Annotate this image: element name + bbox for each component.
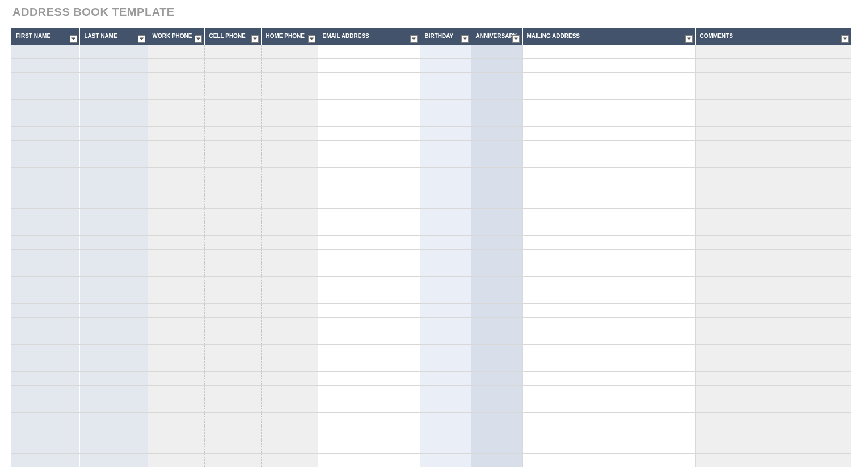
cell-birthday[interactable] xyxy=(420,440,471,453)
cell-anniversary[interactable] xyxy=(471,126,522,140)
cell-home_phone[interactable] xyxy=(261,385,318,399)
cell-anniversary[interactable] xyxy=(471,358,522,371)
cell-birthday[interactable] xyxy=(420,235,471,249)
cell-last_name[interactable] xyxy=(79,317,148,331)
cell-comments[interactable] xyxy=(695,126,851,140)
cell-home_phone[interactable] xyxy=(261,276,318,290)
cell-home_phone[interactable] xyxy=(261,249,318,263)
cell-birthday[interactable] xyxy=(420,263,471,276)
cell-home_phone[interactable] xyxy=(261,86,318,99)
cell-last_name[interactable] xyxy=(79,344,148,358)
cell-mailing[interactable] xyxy=(522,181,695,195)
cell-home_phone[interactable] xyxy=(261,72,318,86)
cell-work_phone[interactable] xyxy=(148,317,204,331)
cell-first_name[interactable] xyxy=(11,249,79,263)
cell-mailing[interactable] xyxy=(522,249,695,263)
cell-anniversary[interactable] xyxy=(471,249,522,263)
cell-mailing[interactable] xyxy=(522,303,695,317)
cell-anniversary[interactable] xyxy=(471,412,522,426)
cell-home_phone[interactable] xyxy=(261,358,318,371)
cell-work_phone[interactable] xyxy=(148,45,204,58)
header-comments[interactable]: COMMENTS xyxy=(695,28,851,45)
cell-comments[interactable] xyxy=(695,58,851,72)
cell-work_phone[interactable] xyxy=(148,385,204,399)
cell-last_name[interactable] xyxy=(79,290,148,303)
cell-cell_phone[interactable] xyxy=(204,235,261,249)
cell-cell_phone[interactable] xyxy=(204,99,261,113)
cell-last_name[interactable] xyxy=(79,399,148,412)
cell-birthday[interactable] xyxy=(420,167,471,181)
cell-mailing[interactable] xyxy=(522,154,695,167)
cell-cell_phone[interactable] xyxy=(204,208,261,222)
cell-cell_phone[interactable] xyxy=(204,195,261,208)
filter-dropdown-icon[interactable] xyxy=(70,35,77,43)
cell-anniversary[interactable] xyxy=(471,426,522,440)
cell-email[interactable] xyxy=(318,181,420,195)
cell-work_phone[interactable] xyxy=(148,126,204,140)
cell-mailing[interactable] xyxy=(522,235,695,249)
cell-mailing[interactable] xyxy=(522,140,695,154)
cell-work_phone[interactable] xyxy=(148,113,204,126)
cell-first_name[interactable] xyxy=(11,371,79,385)
cell-last_name[interactable] xyxy=(79,331,148,344)
cell-mailing[interactable] xyxy=(522,72,695,86)
cell-home_phone[interactable] xyxy=(261,263,318,276)
cell-first_name[interactable] xyxy=(11,167,79,181)
cell-work_phone[interactable] xyxy=(148,72,204,86)
cell-first_name[interactable] xyxy=(11,99,79,113)
cell-first_name[interactable] xyxy=(11,303,79,317)
cell-first_name[interactable] xyxy=(11,358,79,371)
cell-cell_phone[interactable] xyxy=(204,412,261,426)
cell-comments[interactable] xyxy=(695,195,851,208)
cell-last_name[interactable] xyxy=(79,72,148,86)
cell-birthday[interactable] xyxy=(420,208,471,222)
cell-home_phone[interactable] xyxy=(261,222,318,235)
cell-first_name[interactable] xyxy=(11,344,79,358)
cell-first_name[interactable] xyxy=(11,126,79,140)
cell-home_phone[interactable] xyxy=(261,58,318,72)
cell-work_phone[interactable] xyxy=(148,453,204,467)
cell-home_phone[interactable] xyxy=(261,154,318,167)
cell-cell_phone[interactable] xyxy=(204,86,261,99)
cell-anniversary[interactable] xyxy=(471,140,522,154)
cell-cell_phone[interactable] xyxy=(204,426,261,440)
cell-email[interactable] xyxy=(318,99,420,113)
cell-mailing[interactable] xyxy=(522,276,695,290)
header-home-phone[interactable]: HOME PHONE xyxy=(261,28,318,45)
cell-mailing[interactable] xyxy=(522,99,695,113)
cell-first_name[interactable] xyxy=(11,140,79,154)
header-email-address[interactable]: EMAIL ADDRESS xyxy=(318,28,420,45)
filter-dropdown-icon[interactable] xyxy=(251,35,259,43)
cell-birthday[interactable] xyxy=(420,249,471,263)
cell-first_name[interactable] xyxy=(11,412,79,426)
cell-last_name[interactable] xyxy=(79,249,148,263)
cell-anniversary[interactable] xyxy=(471,331,522,344)
cell-anniversary[interactable] xyxy=(471,86,522,99)
cell-comments[interactable] xyxy=(695,412,851,426)
cell-work_phone[interactable] xyxy=(148,276,204,290)
cell-anniversary[interactable] xyxy=(471,440,522,453)
cell-email[interactable] xyxy=(318,208,420,222)
cell-mailing[interactable] xyxy=(522,58,695,72)
cell-work_phone[interactable] xyxy=(148,181,204,195)
cell-birthday[interactable] xyxy=(420,72,471,86)
cell-first_name[interactable] xyxy=(11,385,79,399)
cell-work_phone[interactable] xyxy=(148,412,204,426)
filter-dropdown-icon[interactable] xyxy=(410,35,418,43)
cell-mailing[interactable] xyxy=(522,344,695,358)
cell-mailing[interactable] xyxy=(522,385,695,399)
cell-first_name[interactable] xyxy=(11,208,79,222)
cell-cell_phone[interactable] xyxy=(204,399,261,412)
cell-first_name[interactable] xyxy=(11,113,79,126)
cell-cell_phone[interactable] xyxy=(204,276,261,290)
cell-work_phone[interactable] xyxy=(148,99,204,113)
cell-mailing[interactable] xyxy=(522,195,695,208)
cell-mailing[interactable] xyxy=(522,167,695,181)
cell-cell_phone[interactable] xyxy=(204,263,261,276)
cell-comments[interactable] xyxy=(695,440,851,453)
cell-comments[interactable] xyxy=(695,344,851,358)
cell-anniversary[interactable] xyxy=(471,276,522,290)
cell-birthday[interactable] xyxy=(420,45,471,58)
cell-anniversary[interactable] xyxy=(471,45,522,58)
cell-mailing[interactable] xyxy=(522,290,695,303)
